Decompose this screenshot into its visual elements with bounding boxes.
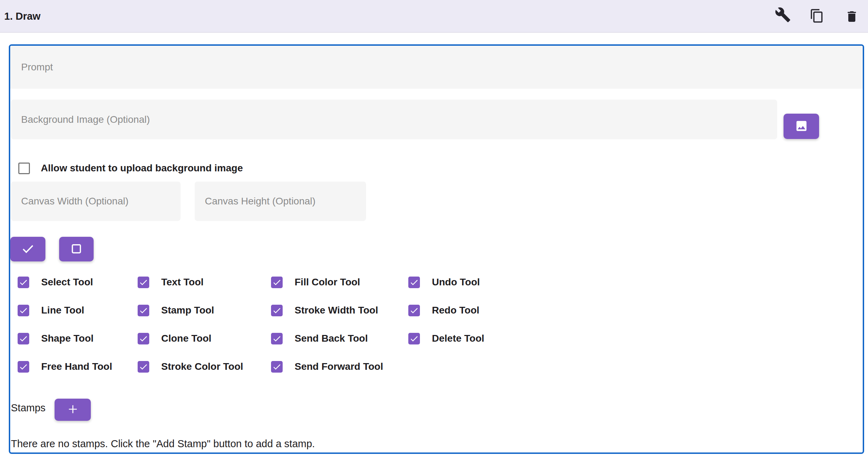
- stamps-empty-message: There are no stamps. Click the "Add Stam…: [11, 438, 315, 450]
- wrench-icon: [775, 7, 791, 24]
- tool-label: Select Tool: [41, 277, 93, 288]
- plus-icon: [67, 403, 79, 417]
- page: 1. Draw: [0, 0, 868, 456]
- tool-label: Send Forward Tool: [295, 361, 383, 372]
- tool-label: Stroke Width Tool: [295, 305, 378, 316]
- tool-item[interactable]: Stamp Tool: [138, 305, 271, 316]
- tool-label: Delete Tool: [432, 333, 484, 344]
- settings-button[interactable]: [774, 6, 792, 24]
- checkbox-icon[interactable]: [18, 333, 29, 344]
- checkbox-icon[interactable]: [271, 305, 283, 316]
- check-answer-button[interactable]: [10, 237, 45, 261]
- prompt-input[interactable]: [10, 46, 863, 89]
- trash-icon: [845, 10, 859, 25]
- background-image-input[interactable]: [11, 100, 777, 139]
- draw-question-panel: Allow student to upload background image…: [9, 44, 864, 454]
- checkbox-icon[interactable]: [271, 277, 283, 288]
- tool-label: Fill Color Tool: [295, 277, 360, 288]
- checkbox-icon[interactable]: [408, 333, 420, 344]
- tool-item[interactable]: Send Back Tool: [271, 333, 408, 344]
- checkbox-icon[interactable]: [138, 277, 149, 288]
- check-icon: [20, 241, 35, 257]
- allow-upload-checkbox[interactable]: [18, 163, 30, 174]
- question-header: 1. Draw: [0, 0, 868, 33]
- delete-button[interactable]: [843, 8, 861, 26]
- tool-label: Stamp Tool: [161, 305, 214, 316]
- checkbox-icon[interactable]: [138, 305, 149, 316]
- checkbox-icon[interactable]: [138, 361, 149, 373]
- tools-row-1: Select Tool Text Tool Fill Color Tool Un…: [18, 275, 859, 289]
- checkbox-icon[interactable]: [271, 333, 283, 344]
- tool-label: Undo Tool: [432, 277, 480, 288]
- tools-row-4: Free Hand Tool Stroke Color Tool Send Fo…: [18, 360, 859, 374]
- checkbox-icon[interactable]: [271, 361, 283, 373]
- checkbox-icon[interactable]: [138, 333, 149, 344]
- square-icon: [69, 241, 84, 257]
- tools-row-2: Line Tool Stamp Tool Stroke Width Tool R…: [18, 303, 859, 317]
- canvas-width-input[interactable]: [11, 182, 181, 221]
- tool-item[interactable]: Delete Tool: [408, 333, 859, 344]
- tool-label: Line Tool: [41, 305, 84, 316]
- tool-label: Free Hand Tool: [41, 361, 112, 372]
- checkbox-icon[interactable]: [18, 305, 29, 316]
- checkbox-icon[interactable]: [18, 361, 29, 373]
- tool-item[interactable]: Shape Tool: [18, 333, 138, 344]
- tool-item[interactable]: Select Tool: [18, 277, 138, 288]
- checkbox-icon[interactable]: [408, 277, 420, 288]
- allow-upload-row: Allow student to upload background image: [18, 162, 243, 175]
- tool-item[interactable]: Redo Tool: [408, 305, 859, 316]
- tool-item[interactable]: Fill Color Tool: [271, 277, 408, 288]
- tool-label: Text Tool: [161, 277, 203, 288]
- square-shape-button[interactable]: [59, 237, 94, 261]
- copy-icon: [810, 8, 824, 24]
- tool-item[interactable]: Stroke Color Tool: [138, 361, 271, 373]
- tool-label: Redo Tool: [432, 305, 479, 316]
- image-icon: [795, 119, 808, 134]
- tool-item[interactable]: Send Forward Tool: [271, 361, 408, 373]
- tool-item[interactable]: Clone Tool: [138, 333, 271, 344]
- tool-item[interactable]: Text Tool: [138, 277, 271, 288]
- tool-label: Clone Tool: [161, 333, 212, 344]
- tool-label: Stroke Color Tool: [161, 361, 243, 372]
- tool-item[interactable]: Undo Tool: [408, 277, 859, 288]
- upload-background-image-button[interactable]: [784, 114, 819, 139]
- tool-label: Shape Tool: [41, 333, 94, 344]
- question-title: 1. Draw: [4, 0, 40, 33]
- checkbox-icon[interactable]: [18, 277, 29, 288]
- tool-label: Send Back Tool: [295, 333, 368, 344]
- add-stamp-button[interactable]: [55, 399, 91, 421]
- tool-item[interactable]: Stroke Width Tool: [271, 305, 408, 316]
- tool-item[interactable]: Line Tool: [18, 305, 138, 316]
- tool-item[interactable]: Free Hand Tool: [18, 361, 138, 373]
- checkbox-icon[interactable]: [408, 305, 420, 316]
- duplicate-button[interactable]: [808, 7, 826, 25]
- tools-row-3: Shape Tool Clone Tool Send Back Tool Del…: [18, 331, 859, 346]
- allow-upload-label: Allow student to upload background image: [41, 163, 243, 174]
- stamps-label: Stamps: [11, 402, 45, 414]
- canvas-height-input[interactable]: [195, 182, 366, 221]
